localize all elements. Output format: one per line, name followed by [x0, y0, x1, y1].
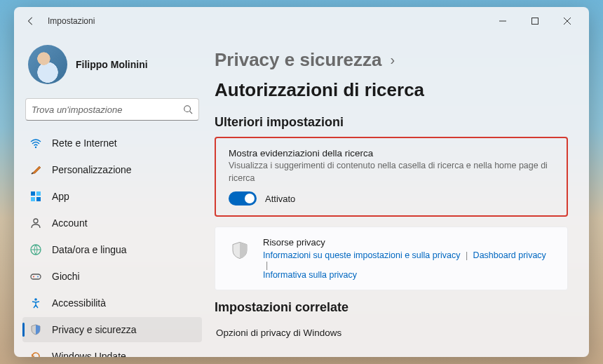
chevron-right-icon: › — [391, 52, 395, 68]
privacy-resources-title: Risorse privacy — [263, 237, 555, 248]
footer-links: ? Informazioni Invia feedback — [215, 356, 568, 357]
profile[interactable]: Filippo Molinini — [22, 35, 202, 97]
svg-rect-6 — [36, 197, 41, 201]
svg-point-2 — [35, 147, 36, 148]
svg-point-11 — [37, 276, 39, 278]
accessibility-icon — [29, 297, 42, 309]
related-windows-privacy[interactable]: Opzioni di privacy di Windows — [215, 322, 568, 344]
main-content: Privacy e sicurezza › Autorizzazioni di … — [210, 35, 589, 357]
settings-window: Impostazioni Filippo Molinini — [14, 7, 589, 357]
back-button[interactable] — [20, 10, 42, 32]
about-link[interactable]: ? Informazioni — [215, 356, 568, 357]
nav-label: Privacy e sicurezza — [52, 324, 137, 335]
section-related: Impostazioni correlate — [215, 300, 568, 315]
svg-rect-3 — [31, 191, 35, 196]
svg-rect-5 — [31, 197, 35, 201]
privacy-link-about[interactable]: Informazioni su queste impostazioni e su… — [263, 250, 460, 260]
nav-label: Windows Update — [52, 351, 126, 357]
search-box[interactable] — [25, 98, 199, 121]
shield-icon — [228, 238, 252, 262]
sidebar: Filippo Molinini Rete e Internet — [14, 35, 210, 357]
breadcrumb-current: Autorizzazioni di ricerca — [215, 79, 424, 101]
nav-item-accessibility[interactable]: Accessibilità — [22, 290, 202, 316]
person-icon — [29, 217, 42, 229]
gamepad-icon — [29, 270, 42, 283]
search-highlights-card: Mostra evidenziazioni della ricerca Visu… — [215, 137, 568, 217]
section-more-settings: Ulteriori impostazioni — [215, 115, 568, 130]
window-controls — [487, 10, 583, 32]
nav-label: Data/ora e lingua — [52, 244, 127, 255]
nav-label: Giochi — [52, 271, 80, 282]
privacy-resources-card: Risorse privacy Informazioni su queste i… — [215, 227, 568, 290]
search-highlights-toggle[interactable] — [229, 191, 257, 205]
globe-clock-icon — [29, 243, 42, 256]
minimize-button[interactable] — [487, 10, 519, 32]
toggle-state-label: Attivato — [265, 194, 295, 204]
brush-icon — [29, 163, 42, 176]
svg-point-1 — [184, 106, 191, 112]
nav-label: Personalizzazione — [52, 164, 132, 175]
profile-name: Filippo Molinini — [76, 59, 148, 70]
titlebar: Impostazioni — [14, 7, 589, 35]
nav-item-time-language[interactable]: Data/ora e lingua — [22, 237, 202, 262]
nav-item-account[interactable]: Account — [22, 210, 202, 236]
avatar — [28, 45, 67, 84]
breadcrumb: Privacy e sicurezza › Autorizzazioni di … — [215, 49, 568, 101]
info-icon: ? — [215, 356, 226, 357]
close-button[interactable] — [551, 10, 583, 32]
wifi-icon — [29, 137, 42, 149]
svg-point-12 — [34, 298, 37, 301]
nav-item-gaming[interactable]: Giochi — [22, 264, 202, 289]
svg-rect-4 — [36, 191, 41, 196]
card-title: Mostra evidenziazioni della ricerca — [229, 148, 554, 159]
search-icon — [183, 105, 193, 114]
nav-item-personalization[interactable]: Personalizzazione — [22, 157, 202, 182]
window-title: Impostazioni — [48, 16, 95, 26]
svg-point-10 — [33, 276, 34, 278]
nav-label: App — [52, 191, 69, 202]
svg-rect-0 — [532, 18, 538, 25]
search-input[interactable] — [32, 105, 183, 115]
nav-item-privacy[interactable]: Privacy e sicurezza — [22, 317, 202, 342]
svg-point-7 — [34, 219, 38, 223]
nav-item-network[interactable]: Rete e Internet — [22, 130, 202, 156]
about-label: Informazioni — [236, 357, 287, 358]
privacy-link-dashboard[interactable]: Dashboard privacy — [473, 250, 546, 260]
privacy-link-statement[interactable]: Informativa sulla privacy — [263, 270, 357, 280]
nav-label: Accessibilità — [52, 297, 106, 309]
nav-item-apps[interactable]: App — [22, 184, 202, 209]
apps-icon — [29, 190, 42, 203]
nav-label: Account — [52, 217, 88, 229]
shield-icon — [29, 323, 42, 336]
nav-item-windows-update[interactable]: Windows Update — [22, 344, 202, 357]
maximize-button[interactable] — [519, 10, 551, 32]
card-description: Visualizza i suggerimenti di contenuto n… — [229, 160, 554, 184]
nav-label: Rete e Internet — [52, 137, 117, 149]
breadcrumb-parent[interactable]: Privacy e sicurezza — [215, 49, 382, 71]
update-icon — [29, 350, 42, 357]
nav: Rete e Internet Personalizzazione App — [22, 130, 202, 357]
svg-rect-9 — [31, 274, 41, 279]
